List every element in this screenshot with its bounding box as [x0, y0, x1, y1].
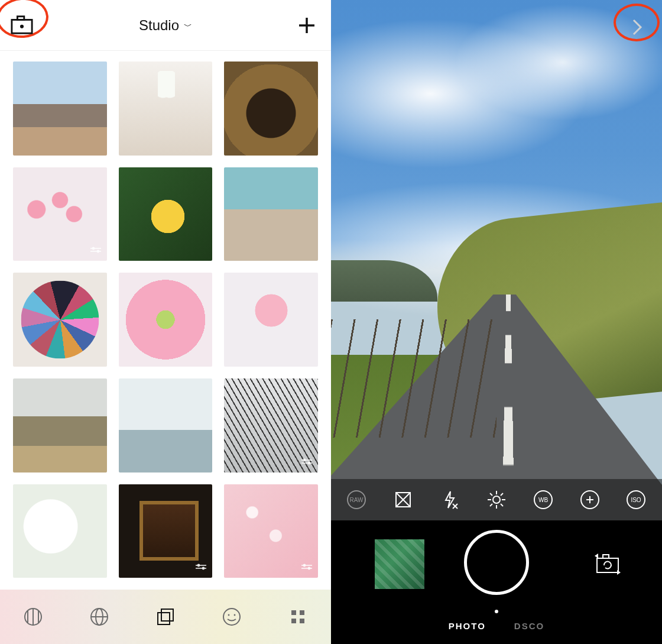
photo-thumbnail[interactable] [224, 273, 318, 367]
chevron-right-icon [631, 18, 644, 36]
exposure-icon [486, 490, 507, 510]
focus-icon [580, 490, 600, 510]
svg-line-52 [490, 504, 492, 506]
chevron-down-icon: ﹀ [184, 21, 192, 32]
mode-indicator-dot [495, 610, 498, 613]
nav-studio[interactable] [152, 604, 179, 630]
iso-icon: ISO [626, 490, 646, 510]
svg-text:ISO: ISO [631, 497, 641, 503]
mode-photo[interactable]: PHOTO [449, 621, 486, 631]
studio-title-dropdown[interactable]: Studio ﹀ [139, 17, 192, 34]
studio-icon [155, 607, 176, 627]
svg-rect-60 [597, 558, 618, 572]
camera-viewfinder[interactable]: RAW WB ISO [331, 0, 662, 520]
svg-rect-28 [161, 609, 173, 621]
feed-icon [23, 607, 43, 627]
svg-rect-61 [603, 555, 609, 558]
photo-thumbnail[interactable] [224, 484, 318, 578]
svg-text:RAW: RAW [350, 497, 364, 503]
camera-tool-row: RAW WB ISO [331, 479, 662, 520]
nav-profile[interactable] [219, 604, 245, 630]
nav-feed[interactable] [20, 604, 46, 630]
switch-camera-icon [593, 552, 622, 576]
white-balance-button[interactable]: WB [528, 484, 559, 515]
photo-thumbnail[interactable] [224, 167, 318, 261]
iso-button[interactable]: ISO [621, 484, 651, 515]
photo-thumbnail[interactable] [13, 167, 107, 261]
svg-rect-34 [300, 610, 304, 615]
white-balance-icon: WB [533, 490, 553, 510]
svg-point-44 [493, 496, 500, 503]
edited-icon [300, 560, 313, 573]
photo-thumbnail[interactable] [119, 484, 213, 578]
photo-thumbnail[interactable] [119, 378, 213, 473]
svg-point-2 [20, 25, 24, 28]
shutter-button[interactable] [464, 530, 529, 595]
open-camera-button[interactable] [8, 13, 35, 37]
svg-rect-1 [17, 17, 24, 20]
svg-rect-36 [300, 619, 304, 623]
photo-thumbnail[interactable] [224, 378, 318, 473]
camera-bottom-bar: PHOTO DSCO [331, 520, 662, 644]
photo-thumbnail[interactable] [13, 62, 107, 156]
discover-icon [89, 607, 109, 627]
camera-icon [11, 15, 33, 35]
svg-rect-29 [158, 613, 170, 624]
camera-pane: RAW WB ISO [331, 0, 662, 644]
viewfinder-fence [331, 319, 496, 438]
studio-pane: Studio ﹀ [0, 0, 331, 644]
last-photo-thumbnail[interactable] [375, 539, 424, 589]
studio-header: Studio ﹀ [0, 0, 331, 51]
focus-button[interactable] [575, 484, 605, 515]
raw-toggle[interactable]: RAW [341, 484, 372, 515]
edited-icon [194, 560, 207, 573]
photo-thumbnail[interactable] [119, 167, 213, 261]
mode-dsco[interactable]: DSCO [514, 621, 544, 631]
shop-icon [288, 607, 308, 627]
svg-text:WB: WB [538, 497, 548, 503]
photo-thumbnail[interactable] [119, 273, 213, 367]
switch-camera-button[interactable] [593, 552, 622, 576]
svg-point-30 [223, 609, 240, 625]
photo-thumbnail[interactable] [224, 62, 318, 156]
svg-line-49 [490, 493, 492, 496]
capture-mode-row: PHOTO DSCO [331, 621, 662, 631]
exposure-button[interactable] [481, 484, 512, 515]
svg-rect-35 [291, 619, 296, 623]
bottom-nav [0, 590, 331, 644]
plus-icon [297, 16, 316, 35]
next-button[interactable] [625, 15, 649, 39]
photo-thumbnail[interactable] [13, 484, 107, 578]
nav-discover[interactable] [86, 604, 112, 630]
studio-grid[interactable] [0, 51, 331, 644]
svg-rect-33 [291, 610, 296, 615]
svg-point-31 [228, 614, 230, 616]
photo-thumbnail[interactable] [13, 273, 107, 367]
flash-icon [440, 490, 460, 510]
nav-shop[interactable] [285, 604, 311, 630]
svg-point-32 [234, 614, 236, 616]
svg-line-50 [501, 504, 503, 506]
edited-icon [300, 455, 313, 468]
raw-icon: RAW [346, 490, 366, 510]
studio-title-label: Studio [139, 17, 179, 34]
grid-overlay-button[interactable] [388, 484, 418, 515]
photo-thumbnail[interactable] [13, 378, 107, 473]
svg-line-51 [501, 493, 503, 496]
flash-button[interactable] [434, 484, 465, 515]
edited-icon [89, 243, 102, 256]
photo-thumbnail[interactable] [119, 62, 213, 156]
grid-overlay-icon [393, 490, 413, 510]
profile-icon [222, 607, 242, 627]
import-button[interactable] [294, 13, 319, 38]
